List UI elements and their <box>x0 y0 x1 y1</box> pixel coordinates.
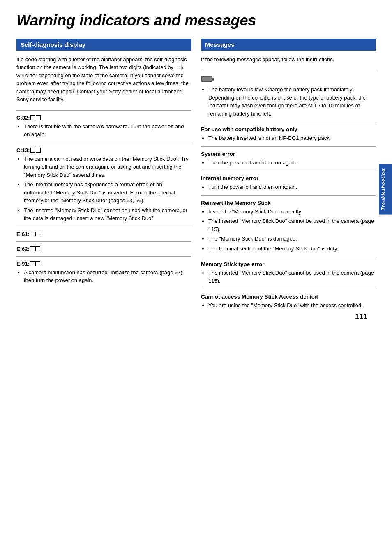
list-item: The internal memory has experienced a fo… <box>24 181 191 205</box>
divider-1 <box>16 110 191 111</box>
code-e91-bullets: A camera malfunction has occurred. Initi… <box>16 269 191 285</box>
code-c13-bullets: The camera cannot read or write data on … <box>16 155 191 222</box>
box6 <box>35 232 40 236</box>
list-item: The battery level is low. Charge the bat… <box>208 86 376 118</box>
box8 <box>35 246 40 251</box>
page-title: Warning indicators and messages <box>16 12 376 29</box>
list-item: The inserted "Memory Stick Duo" cannot b… <box>208 269 376 285</box>
cannot-access-bullets: You are using the "Memory Stick Duo" wit… <box>201 301 376 310</box>
box4 <box>36 148 41 153</box>
list-item: The camera cannot read or write data on … <box>24 155 191 179</box>
list-item: Turn the power off and then on again. <box>208 159 376 167</box>
msg-title-reinsert: Reinsert the Memory Stick <box>201 200 376 206</box>
left-column: Self-diagnosis display If a code startin… <box>16 39 191 313</box>
list-item: A camera malfunction has occurred. Initi… <box>24 269 191 285</box>
msg-title-type-error: Memory Stick type error <box>201 261 376 267</box>
left-intro-text: If a code starting with a letter of the … <box>16 56 191 104</box>
troubleshooting-tab: Troubleshooting <box>379 164 392 215</box>
divider-2 <box>16 143 191 143</box>
divider-5 <box>16 256 191 257</box>
msg-title-system-error: System error <box>201 151 376 157</box>
page-wrapper: Warning indicators and messages Self-dia… <box>0 0 392 329</box>
code-e61: E:61: <box>16 231 191 237</box>
right-divider-6 <box>201 289 376 289</box>
box5 <box>30 232 35 236</box>
right-divider-3 <box>201 171 376 171</box>
reinsert-bullets: Insert the "Memory Stick Duo" correctly.… <box>201 208 376 253</box>
right-divider-4 <box>201 195 376 196</box>
battery-section: The battery level is low. Charge the bat… <box>201 74 376 118</box>
msg-title-internal-memory: Internal memory error <box>201 175 376 181</box>
box7 <box>30 246 35 251</box>
box1 <box>30 115 35 120</box>
list-item: The terminal section of the "Memory Stic… <box>208 245 376 253</box>
code-c32-bullets: There is trouble with the camera's hardw… <box>16 123 191 139</box>
left-section-header: Self-diagnosis display <box>16 39 191 51</box>
right-divider-2 <box>201 146 376 147</box>
list-item: The inserted "Memory Stick Duo" cannot b… <box>24 206 191 222</box>
code-c13: C:13: <box>16 147 191 153</box>
list-item: There is trouble with the camera's hardw… <box>24 123 191 139</box>
list-item: The "Memory Stick Duo" is damaged. <box>208 235 376 243</box>
box10 <box>35 261 40 266</box>
right-divider-5 <box>201 257 376 257</box>
right-divider-1 <box>201 122 376 122</box>
divider-4 <box>16 241 191 242</box>
internal-memory-bullets: Turn the power off and then on again. <box>201 183 376 191</box>
code-c32: C:32: <box>16 115 191 121</box>
page-number: 111 <box>355 313 367 321</box>
list-item: Insert the "Memory Stick Duo" correctly. <box>208 208 376 216</box>
right-section-header: Messages <box>201 39 376 51</box>
right-column: Messages If the following messages appea… <box>201 39 376 313</box>
battery-icon <box>201 76 212 82</box>
msg-title-battery-compat: For use with compatible battery only <box>201 126 376 132</box>
right-divider-0 <box>201 70 376 70</box>
list-item: Turn the power off and then on again. <box>208 183 376 191</box>
box9 <box>30 261 35 266</box>
list-item: The battery inserted is not an NP-BG1 ba… <box>208 134 376 142</box>
code-e91: E:91: <box>16 261 191 267</box>
right-intro-text: If the following messages appear, follow… <box>201 56 376 64</box>
system-error-bullets: Turn the power off and then on again. <box>201 159 376 167</box>
divider-3 <box>16 227 191 227</box>
type-error-bullets: The inserted "Memory Stick Duo" cannot b… <box>201 269 376 285</box>
code-e62: E:62: <box>16 246 191 252</box>
battery-compat-bullets: The battery inserted is not an NP-BG1 ba… <box>201 134 376 142</box>
list-item: The inserted "Memory Stick Duo" cannot b… <box>208 217 376 233</box>
box3 <box>30 148 35 153</box>
box2 <box>36 115 41 120</box>
two-column-layout: Self-diagnosis display If a code startin… <box>16 39 376 313</box>
list-item: You are using the "Memory Stick Duo" wit… <box>208 301 376 310</box>
battery-bullets: The battery level is low. Charge the bat… <box>201 86 376 118</box>
msg-title-cannot-access: Cannot access Memory Stick Access denied <box>201 294 376 300</box>
